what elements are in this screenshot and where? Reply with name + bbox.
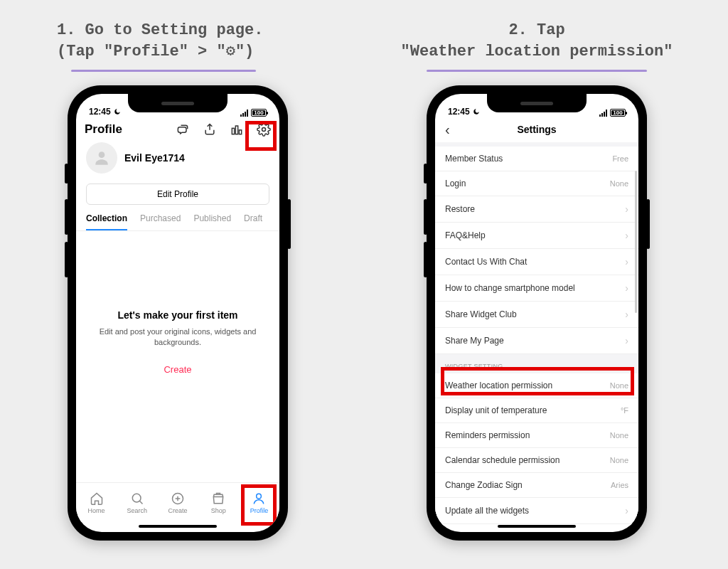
svg-rect-2: [239, 130, 241, 134]
instruction-step-2: 2. Tap "Weather location permission": [384, 20, 690, 62]
bars-icon[interactable]: [230, 122, 244, 137]
row-change-model[interactable]: How to change smartphone model›: [435, 275, 638, 302]
tab-create[interactable]: Create: [157, 483, 198, 522]
empty-title: Let's make your first item: [97, 309, 258, 321]
page-title: Profile: [85, 122, 176, 137]
phone-notch: [487, 94, 587, 112]
phone-notch: [128, 94, 228, 112]
scroll-indicator: [635, 171, 637, 313]
status-time: 12:45: [448, 107, 470, 117]
back-icon[interactable]: ‹: [445, 122, 450, 138]
row-reminders-permission[interactable]: Reminders permissionNone: [435, 423, 638, 448]
empty-subtitle: Edit and post your original icons, widge…: [97, 326, 258, 349]
tab-collection[interactable]: Collection: [86, 213, 127, 230]
moon-icon: [114, 108, 121, 115]
svg-rect-1: [235, 126, 237, 134]
phone-mockup-1: 12:45 100 Profile Evil Eye1714 Edit Prof…: [68, 85, 288, 541]
phone-mockup-2: 12:45 100 ‹ Settings Member StatusFree L…: [427, 85, 647, 541]
battery-icon: 100: [251, 109, 267, 117]
moon-icon: [473, 108, 480, 115]
tab-draft[interactable]: Draft: [244, 213, 262, 230]
row-member-status[interactable]: Member StatusFree: [435, 147, 638, 171]
svg-point-5: [132, 494, 141, 502]
tab-purchased[interactable]: Purchased: [140, 213, 181, 230]
home-indicator: [498, 525, 576, 528]
signal-icon: [599, 110, 607, 117]
underline-1: [71, 70, 256, 72]
tab-home[interactable]: Home: [76, 483, 117, 522]
battery-icon: 100: [610, 109, 626, 117]
tab-shop[interactable]: Shop: [198, 483, 239, 522]
underline-2: [427, 70, 647, 72]
tab-published[interactable]: Published: [193, 213, 231, 230]
empty-state: Let's make your first item Edit and post…: [76, 231, 279, 375]
signal-icon: [240, 110, 248, 117]
avatar[interactable]: [86, 142, 117, 174]
row-faq[interactable]: FAQ&Help›: [435, 223, 638, 249]
row-zodiac[interactable]: Change Zodiac SignAries: [435, 473, 638, 498]
profile-tabs: Collection Purchased Published Draft: [76, 209, 279, 231]
highlight-weather-row: [441, 367, 634, 395]
create-link[interactable]: Create: [97, 364, 258, 375]
tab-search[interactable]: Search: [117, 483, 157, 522]
row-calendar-permission[interactable]: Calendar schedule permissionNone: [435, 448, 638, 473]
svg-rect-0: [232, 128, 234, 134]
settings-list[interactable]: Member StatusFree LoginNone Restore› FAQ…: [435, 142, 638, 526]
row-login[interactable]: LoginNone: [435, 171, 638, 196]
edit-profile-button[interactable]: Edit Profile: [86, 184, 269, 205]
status-time: 12:45: [89, 107, 111, 117]
row-update-widgets[interactable]: Update all the widgets›: [435, 498, 638, 524]
row-restore[interactable]: Restore›: [435, 196, 638, 223]
home-indicator: [139, 525, 217, 528]
row-temperature-unit[interactable]: Display unit of temperature°F: [435, 398, 638, 423]
row-share-club[interactable]: Share Widget Club›: [435, 302, 638, 328]
share-icon[interactable]: [203, 122, 217, 137]
chat-icon[interactable]: [176, 122, 190, 137]
row-contact[interactable]: Contact Us With Chat›: [435, 249, 638, 275]
page-title: Settings: [517, 124, 556, 135]
instruction-step-1: 1. Go to Setting page. (Tap "Profile" > …: [57, 20, 284, 62]
highlight-profile-tab: [241, 484, 277, 526]
svg-point-4: [99, 151, 105, 158]
username: Evil Eye1714: [124, 152, 185, 164]
row-share-page[interactable]: Share My Page›: [435, 328, 638, 354]
highlight-gear: [245, 121, 277, 151]
